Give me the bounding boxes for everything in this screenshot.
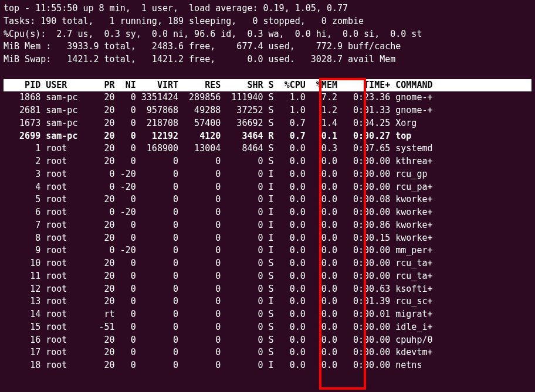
process-row[interactable]: 3 root 0 -20 0 0 0 I 0.0 0.0 0:00.00 rcu…	[4, 168, 531, 181]
process-row[interactable]: 9 root 0 -20 0 0 0 I 0.0 0.0 0:00.00 mm_…	[4, 244, 531, 257]
process-row[interactable]: 2699 sam-pc 20 0 12192 4120 3464 R 0.7 0…	[4, 130, 531, 143]
process-row[interactable]: 10 root 20 0 0 0 0 S 0.0 0.0 0:00.00 rcu…	[4, 257, 531, 270]
process-row[interactable]: 16 root 20 0 0 0 0 S 0.0 0.0 0:00.00 cpu…	[4, 334, 531, 347]
summary-line1: top - 11:55:50 up 8 min, 1 user, load av…	[4, 2, 531, 15]
process-row[interactable]: 8 root 20 0 0 0 0 I 0.0 0.0 0:00.15 kwor…	[4, 232, 531, 245]
process-row[interactable]: 13 root 20 0 0 0 0 I 0.0 0.0 0:01.39 rcu…	[4, 295, 531, 308]
process-row[interactable]: 1 root 20 0 168900 13004 8464 S 0.0 0.3 …	[4, 142, 531, 155]
process-row[interactable]: 2 root 20 0 0 0 0 S 0.0 0.0 0:00.00 kthr…	[4, 155, 531, 168]
summary-line5: MiB Swap: 1421.2 total, 1421.2 free, 0.0…	[4, 53, 531, 66]
summary-line2: Tasks: 190 total, 1 running, 189 sleepin…	[4, 15, 531, 28]
process-row[interactable]: 15 root -51 0 0 0 0 S 0.0 0.0 0:00.00 id…	[4, 321, 531, 334]
process-row[interactable]: 11 root 20 0 0 0 0 S 0.0 0.0 0:00.00 rcu…	[4, 270, 531, 283]
summary-line4: MiB Mem : 3933.9 total, 2483.6 free, 677…	[4, 40, 531, 53]
process-row[interactable]: 12 root 20 0 0 0 0 S 0.0 0.0 0:00.63 kso…	[4, 283, 531, 296]
summary-line3: %Cpu(s): 2.7 us, 0.3 sy, 0.0 ni, 96.6 id…	[4, 28, 531, 41]
terminal-output: top - 11:55:50 up 8 min, 1 user, load av…	[4, 2, 531, 372]
process-row[interactable]: 4 root 0 -20 0 0 0 I 0.0 0.0 0:00.00 rcu…	[4, 181, 531, 194]
process-row[interactable]: 2681 sam-pc 20 0 957868 49288 37252 S 1.…	[4, 104, 531, 117]
process-row[interactable]: 1868 sam-pc 20 0 3351424 289856 111940 S…	[4, 91, 531, 104]
process-row[interactable]: 7 root 20 0 0 0 0 I 0.0 0.0 0:00.86 kwor…	[4, 219, 531, 232]
process-row[interactable]: 1673 sam-pc 20 0 218708 57400 36692 S 0.…	[4, 117, 531, 130]
process-row[interactable]: 18 root 20 0 0 0 0 I 0.0 0.0 0:00.00 net…	[4, 359, 531, 372]
blank-line	[4, 66, 531, 79]
process-row[interactable]: 17 root 20 0 0 0 0 S 0.0 0.0 0:00.00 kde…	[4, 346, 531, 359]
process-row[interactable]: 6 root 0 -20 0 0 0 I 0.0 0.0 0:00.00 kwo…	[4, 206, 531, 219]
process-row[interactable]: 14 root rt 0 0 0 0 S 0.0 0.0 0:00.01 mig…	[4, 308, 531, 321]
column-header[interactable]: PID USER PR NI VIRT RES SHR S %CPU %MEM …	[4, 79, 531, 92]
process-row[interactable]: 5 root 20 0 0 0 0 I 0.0 0.0 0:00.08 kwor…	[4, 193, 531, 206]
